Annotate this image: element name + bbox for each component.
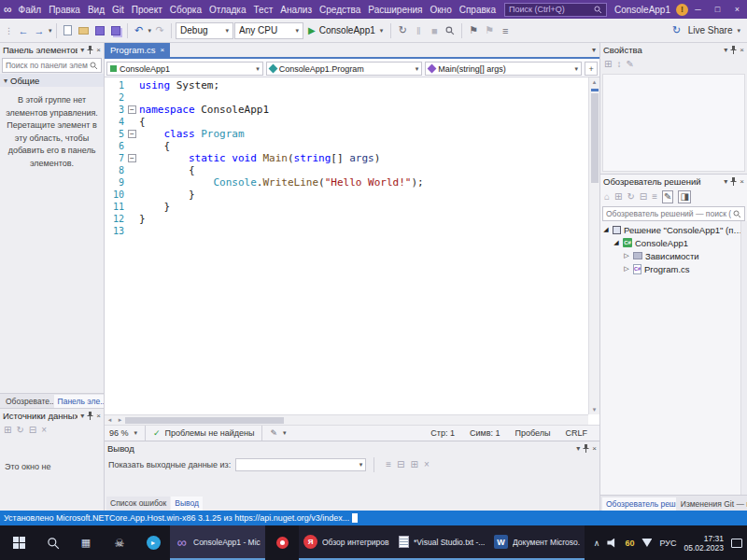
fold-toggle-icon[interactable]: − xyxy=(128,105,136,114)
panel-options-icon[interactable]: ▾ xyxy=(724,177,727,186)
network-icon[interactable] xyxy=(641,539,652,547)
start-debugging-button[interactable]: ▶ ConsoleApp1 ▾ xyxy=(304,22,387,39)
toolbox-search-input[interactable]: Поиск по панели элемен xyxy=(2,58,102,73)
editor-horizontal-scrollbar[interactable]: ◂ ▸ xyxy=(105,414,588,425)
tree-item-dependencies[interactable]: ▷Зависимости xyxy=(600,249,747,262)
toolbar-grip[interactable]: ⋮ xyxy=(3,26,15,35)
scroll-left-icon[interactable]: ◂ xyxy=(105,416,115,424)
tree-expanded-icon[interactable]: ◢ xyxy=(613,239,620,246)
code-line[interactable] xyxy=(127,225,588,237)
tree-item-program-cs[interactable]: ▷C#Program.cs xyxy=(600,262,747,275)
menu-item-3[interactable]: Git xyxy=(108,5,128,15)
taskbar-button-yandex-browser[interactable]: ЯОбзор интегриров... xyxy=(299,525,394,560)
data-sources-header[interactable]: Источники данных ▾ × xyxy=(0,409,104,423)
tree-collapsed-icon[interactable]: ▷ xyxy=(623,252,630,259)
keyboard-language[interactable]: РУС xyxy=(659,539,676,548)
battery-indicator[interactable]: 60 xyxy=(625,539,634,548)
pin-icon[interactable] xyxy=(87,412,93,420)
menu-item-1[interactable]: Правка xyxy=(45,5,84,15)
categorized-icon[interactable]: ⊞ xyxy=(604,59,612,70)
panel-options-icon[interactable]: ▾ xyxy=(80,46,84,54)
code-line[interactable]: −namespace ConsoleApp1 xyxy=(127,104,588,116)
stop-button[interactable]: ■ xyxy=(427,22,442,39)
pin-icon[interactable] xyxy=(87,46,93,54)
code-line[interactable]: { xyxy=(127,116,588,128)
scroll-right-icon[interactable]: ▸ xyxy=(115,416,125,424)
taskbar-search-button[interactable] xyxy=(37,525,69,560)
configuration-combo[interactable]: Debug ▾ xyxy=(176,22,233,39)
code-lines[interactable]: using System;−namespace ConsoleApp1{− cl… xyxy=(127,77,588,414)
code-line[interactable]: } xyxy=(127,213,588,225)
zoom-level[interactable]: 96 % xyxy=(109,428,129,438)
taskbar-button-notepad[interactable]: *Visual Studio.txt -... xyxy=(394,525,489,560)
remove-data-icon[interactable]: × xyxy=(41,425,47,436)
bookmark-button[interactable]: ⚑ xyxy=(466,22,481,39)
right-tab-1[interactable]: Изменения Git — п... xyxy=(677,497,747,511)
clock[interactable]: 17:31 05.02.2023 xyxy=(684,534,724,553)
close-icon[interactable]: × xyxy=(740,46,744,54)
solution-scrollbar[interactable] xyxy=(740,221,747,495)
code-line[interactable]: Console.WriteLine("Hello World!"); xyxy=(127,176,588,189)
tab-program-cs[interactable]: Program.cs × xyxy=(105,43,170,57)
add-data-source-icon[interactable]: ⊞ xyxy=(4,425,11,436)
menu-item-4[interactable]: Проект xyxy=(128,5,166,15)
undo-button[interactable]: ↶ xyxy=(132,22,147,39)
scrollbar-thumb[interactable] xyxy=(591,93,599,183)
code-line[interactable]: { xyxy=(127,164,588,176)
output-tab-1[interactable]: Вывод xyxy=(171,497,203,511)
output-tab-0[interactable]: Список ошибок xyxy=(106,497,170,511)
right-tab-0[interactable]: Обозреватель реше... xyxy=(602,497,676,511)
platform-combo[interactable]: Any CPU ▾ xyxy=(234,22,303,39)
panel-options-icon[interactable]: ▾ xyxy=(576,444,580,453)
maximize-button[interactable]: □ xyxy=(708,0,727,19)
scroll-down-icon[interactable]: ▾ xyxy=(593,405,597,414)
code-editor[interactable]: 12345678910111213 using System;−namespac… xyxy=(105,77,588,414)
hidden-icons-chevron[interactable]: ∧ xyxy=(594,539,600,548)
menu-item-2[interactable]: Вид xyxy=(84,5,108,15)
menu-item-6[interactable]: Отладка xyxy=(205,5,250,15)
spaces-indicator[interactable]: Пробелы xyxy=(515,428,551,438)
fold-toggle-icon[interactable]: − xyxy=(128,130,136,138)
panel-options-icon[interactable]: ▾ xyxy=(80,412,84,420)
editor-config-icon[interactable]: ✎ xyxy=(270,428,277,438)
problems-status[interactable]: Проблемы не найдены xyxy=(165,428,255,438)
undo-dropdown-icon[interactable]: ▾ xyxy=(148,27,152,35)
alphabetical-icon[interactable]: ↕ xyxy=(616,59,621,70)
refresh-icon[interactable]: ↻ xyxy=(627,191,634,203)
navigate-dropdown-icon[interactable]: ▾ xyxy=(49,27,52,35)
menu-item-7[interactable]: Тест xyxy=(250,5,277,15)
menu-item-11[interactable]: Окно xyxy=(426,5,455,15)
outline-menu-button[interactable]: ≡ xyxy=(498,22,513,39)
type-dropdown[interactable]: ConsoleApp1.Program ▾ xyxy=(266,62,423,76)
volume-icon[interactable] xyxy=(607,539,617,548)
taskbar-button-visual-studio[interactable]: ∞ConsoleApp1 - Mic... xyxy=(170,525,265,560)
nav-bar-expand-button[interactable]: + xyxy=(585,62,598,76)
live-share-button[interactable]: ↻ Live Share ▾ xyxy=(669,22,744,39)
close-icon[interactable]: × xyxy=(740,177,744,186)
properties-header[interactable]: Свойства ▾ × xyxy=(600,43,747,57)
next-bookmark-button[interactable]: ⚑ xyxy=(482,22,497,39)
code-line[interactable]: − class Program xyxy=(127,128,588,140)
menu-item-5[interactable]: Сборка xyxy=(166,5,205,15)
tree-item-solution[interactable]: ◢Решение "ConsoleApp1" (проекты: 1 из 1) xyxy=(600,223,747,236)
tree-item-project-consoleapp1[interactable]: ◢C#ConsoleApp1 xyxy=(600,236,747,249)
code-line[interactable]: { xyxy=(127,140,588,152)
pin-icon[interactable] xyxy=(730,177,737,186)
code-line[interactable]: using System; xyxy=(127,79,588,91)
hot-reload-button[interactable]: ↻ xyxy=(395,22,410,39)
quick-search-box[interactable]: Поиск (Ctrl+Q) xyxy=(504,3,607,17)
solution-search-input[interactable]: Обозреватель решений — поиск (Ctrl+ж xyxy=(602,206,745,221)
eol-indicator[interactable]: CRLF xyxy=(565,428,587,438)
code-line[interactable]: } xyxy=(127,201,588,213)
taskbar-button-word[interactable]: WДокумент Microso... xyxy=(489,525,585,560)
close-icon[interactable]: × xyxy=(161,46,165,54)
menu-item-8[interactable]: Анализ xyxy=(276,5,316,15)
menu-item-0[interactable]: Файл xyxy=(15,5,46,15)
taskbar-button-task-view[interactable]: ▦ xyxy=(69,525,103,560)
menu-item-9[interactable]: Средства xyxy=(316,5,364,15)
toolbox-section-general[interactable]: ▾ Общие xyxy=(0,74,104,87)
menu-item-10[interactable]: Расширения xyxy=(364,5,426,15)
preview-selected-icon[interactable]: ◨ xyxy=(678,190,690,203)
member-dropdown[interactable]: Main(string[] args) ▾ xyxy=(425,62,582,76)
toolbox-tab-1[interactable]: Панель эле... xyxy=(54,395,104,408)
